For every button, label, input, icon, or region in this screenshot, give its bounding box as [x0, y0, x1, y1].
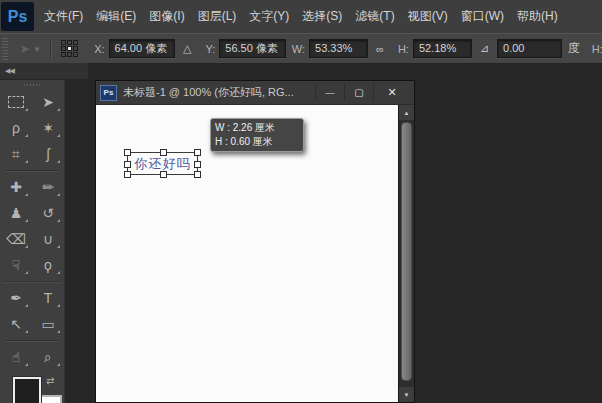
eraser-tool[interactable]: ⌫: [0, 226, 32, 252]
scroll-up-icon[interactable]: ▲: [399, 105, 414, 120]
transform-handle-ne[interactable]: [194, 149, 201, 156]
x-label: X:: [94, 43, 104, 55]
width-label: W:: [292, 43, 305, 55]
reference-point-cell[interactable]: [61, 40, 66, 45]
eraser-tool-icon: ⌫: [6, 232, 26, 246]
transform-handle-e[interactable]: [194, 161, 201, 168]
relative-position-delta-icon[interactable]: △: [183, 42, 191, 55]
brush-tool[interactable]: ✏: [32, 174, 64, 200]
reference-point-cell[interactable]: [61, 46, 66, 51]
eyedropper-tool[interactable]: ʃ: [32, 141, 64, 167]
minimize-button[interactable]: —: [315, 84, 344, 101]
transform-handle-nw[interactable]: [124, 149, 131, 156]
degree-unit-label: 度: [568, 40, 580, 57]
magic-wand-tool[interactable]: ✶: [32, 115, 64, 141]
reference-point-cell[interactable]: [73, 40, 78, 45]
reference-point-cell[interactable]: [73, 46, 78, 51]
path-selection-tool-icon: ↖: [10, 317, 22, 331]
move-tool[interactable]: ➤: [32, 89, 64, 115]
close-button[interactable]: ✕: [373, 84, 410, 101]
smudge-tool[interactable]: ☟: [0, 252, 32, 278]
transform-handle-sw[interactable]: [124, 171, 131, 178]
history-brush-tool[interactable]: ↺: [32, 200, 64, 226]
scroll-down-icon[interactable]: ▼: [399, 387, 414, 402]
menu-item[interactable]: 视图(V): [405, 5, 451, 28]
options-bar-grip[interactable]: [2, 38, 8, 60]
rectangular-marquee-tool[interactable]: [0, 89, 32, 115]
clone-stamp-tool[interactable]: ♟: [0, 200, 32, 226]
tooltip-h-label: H :: [215, 136, 231, 147]
menu-item[interactable]: 滤镜(T): [352, 5, 397, 28]
options-bar: ➤ ▾ X: 64.00 像素 △ Y: 56.50 像素 W: 53.33% …: [0, 33, 602, 64]
paint-bucket-tool[interactable]: ∪: [32, 226, 64, 252]
rectangle-tool[interactable]: ▭: [32, 311, 64, 337]
tooltip-w-value: 2.26 厘米: [233, 122, 275, 133]
toolbar-separator: [0, 167, 64, 174]
vertical-scrollbar[interactable]: ▲ ▼: [398, 105, 414, 402]
path-selection-tool[interactable]: ↖: [0, 311, 32, 337]
type-tool[interactable]: T: [32, 285, 64, 311]
reference-point-cell[interactable]: [73, 52, 78, 57]
swap-colors-icon[interactable]: ⇄: [46, 375, 54, 386]
menu-item[interactable]: 文字(Y): [246, 5, 292, 28]
lasso-tool[interactable]: ρ: [0, 115, 32, 141]
transform-handle-s[interactable]: [160, 171, 167, 178]
reference-point-cell-selected[interactable]: [67, 46, 72, 51]
menu-item[interactable]: 图层(L): [195, 5, 240, 28]
hand-tool[interactable]: ☝: [0, 344, 32, 370]
reference-point-cell[interactable]: [67, 52, 72, 57]
crop-tool[interactable]: ⌗: [0, 141, 32, 167]
text-layer-content: 你还好吗: [135, 155, 191, 173]
options-bar-row: ➤ ▾ X: 64.00 像素 △ Y: 56.50 像素 W: 53.33% …: [0, 34, 602, 63]
menu-item[interactable]: 编辑(E): [93, 5, 139, 28]
menu-item[interactable]: 图像(I): [146, 5, 187, 28]
transform-handle-se[interactable]: [194, 171, 201, 178]
lasso-tool-icon: ρ: [12, 121, 20, 135]
foreground-color-swatch[interactable]: [13, 377, 41, 403]
type-tool-icon: T: [44, 291, 53, 305]
width-scale-input[interactable]: 53.33%: [309, 39, 368, 58]
selected-text-layer[interactable]: 你还好吗: [127, 152, 198, 175]
magic-wand-tool-icon: ✶: [42, 121, 54, 135]
dodge-tool-icon: ϙ: [44, 258, 52, 272]
tool-preset-picker[interactable]: ➤ ▾: [20, 42, 40, 56]
paint-bucket-tool-icon: ∪: [43, 232, 53, 246]
photoshop-logo: Ps: [1, 2, 34, 31]
spot-healing-brush-tool[interactable]: ✚: [0, 174, 32, 200]
document-titlebar[interactable]: Ps 未标题-1 @ 100% (你还好吗, RG... — ▢ ✕: [96, 81, 414, 105]
window-controls: — ▢ ✕: [315, 84, 410, 101]
scrollbar-thumb[interactable]: [401, 122, 412, 381]
menu-item[interactable]: 窗口(W): [458, 5, 507, 28]
zoom-tool[interactable]: ⌕: [32, 344, 64, 370]
scrollbar-track[interactable]: [399, 120, 414, 387]
options-separator: [50, 38, 52, 60]
y-position-input[interactable]: 56.50 像素: [219, 39, 285, 58]
link-dimensions-icon[interactable]: ∞: [376, 43, 384, 55]
height-scale-input[interactable]: 52.18%: [413, 39, 472, 58]
tool-dock-header[interactable]: ◀◀: [0, 63, 88, 80]
dodge-tool[interactable]: ϙ: [32, 252, 64, 278]
reference-point-cell[interactable]: [67, 40, 72, 45]
height-label: H:: [398, 43, 409, 55]
pen-tool-icon: ✒: [10, 291, 22, 305]
maximize-button[interactable]: ▢: [344, 84, 373, 101]
clone-stamp-tool-icon: ♟: [10, 206, 23, 220]
zoom-tool-icon: ⌕: [44, 350, 52, 364]
pen-tool[interactable]: ✒: [0, 285, 32, 311]
rotation-angle-icon: ⊿: [480, 42, 489, 55]
document-ps-icon: Ps: [100, 85, 117, 101]
size-tooltip: W : 2.26 厘米 H : 0.60 厘米: [210, 118, 304, 152]
rotation-angle-input[interactable]: 0.00: [497, 39, 562, 58]
transform-handle-w[interactable]: [124, 161, 131, 168]
menu-item[interactable]: 帮助(H): [514, 5, 561, 28]
reference-point-locator[interactable]: [61, 40, 78, 57]
menu-item[interactable]: 选择(S): [299, 5, 345, 28]
menu-bar: Ps 文件(F)编辑(E)图像(I)图层(L)文字(Y)选择(S)滤镜(T)视图…: [0, 0, 602, 34]
transform-handle-n[interactable]: [160, 149, 167, 156]
reference-point-cell[interactable]: [61, 52, 66, 57]
collapse-panel-icon[interactable]: ◀◀: [5, 67, 14, 75]
toolbar-grip[interactable]: [0, 80, 64, 89]
x-position-input[interactable]: 64.00 像素: [109, 39, 175, 58]
menu-item[interactable]: 文件(F): [41, 5, 86, 28]
tool-preset-icon: ➤: [20, 42, 30, 56]
